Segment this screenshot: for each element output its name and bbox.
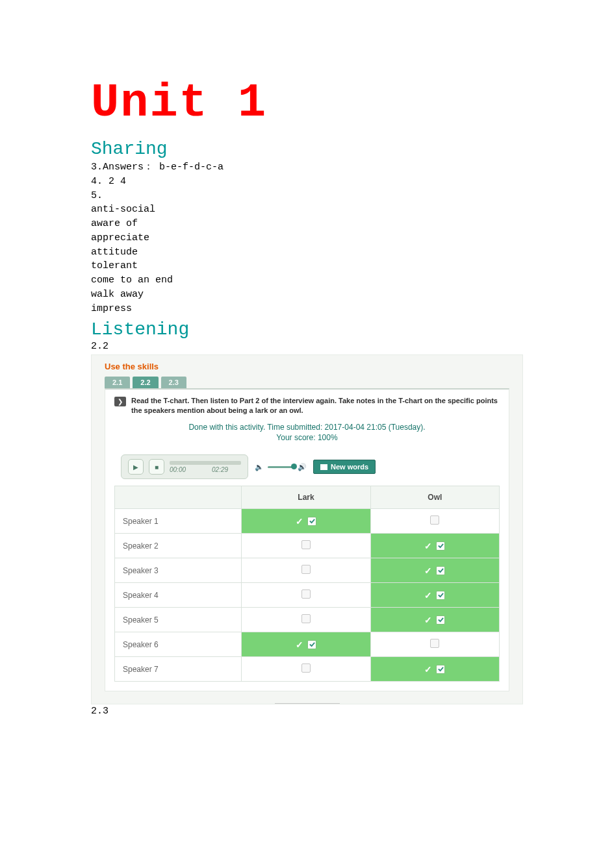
row-label: Speaker 6 (115, 632, 242, 657)
row-label: Speaker 2 (115, 534, 242, 558)
cell-unchecked[interactable] (370, 509, 499, 534)
sharing-line: appreciate (91, 231, 523, 245)
tab-2-3[interactable]: 2.3 (161, 377, 186, 388)
stop-button[interactable]: ■ (149, 459, 164, 475)
sharing-line: aware of (91, 217, 523, 231)
sharing-line: come to an end (91, 273, 523, 288)
volume-low-icon: 🔈 (255, 463, 264, 471)
tabs: 2.12.22.3 (105, 377, 513, 388)
submission-status: Done with this activity. Time submitted:… (114, 422, 500, 443)
cell-unchecked[interactable] (242, 558, 370, 583)
sharing-line: 5. (91, 189, 523, 203)
sharing-line: 4. 2 4 (91, 175, 523, 189)
cell-unchecked[interactable] (370, 632, 499, 657)
sharing-line: 3.Answers： b-e-f-d-c-a (91, 160, 523, 175)
check-icon: ✓ (424, 664, 432, 675)
cell-unchecked[interactable] (242, 657, 370, 682)
table-row: Speaker 5✓ (115, 608, 500, 632)
table-row: Speaker 1✓ (115, 509, 500, 534)
t-chart-table: LarkOwl Speaker 1✓Speaker 2✓Speaker 3✓Sp… (114, 486, 500, 682)
cell-checked[interactable]: ✓ (242, 509, 370, 534)
check-icon: ✓ (424, 541, 432, 551)
checkbox-unchecked[interactable] (301, 663, 311, 673)
row-label: Speaker 5 (115, 608, 242, 632)
time-current: 00:00 (170, 466, 186, 473)
cell-unchecked[interactable] (242, 608, 370, 632)
sharing-line: attitude (91, 245, 523, 260)
checkbox-unchecked[interactable] (301, 589, 311, 599)
skills-title: Use the skills (105, 362, 513, 371)
section-listening-heading: Listening (91, 319, 523, 340)
sharing-answers-block: 3.Answers： b-e-f-d-c-a4. 2 45. anti-soci… (91, 160, 523, 316)
row-label: Speaker 1 (115, 509, 242, 534)
checkbox-unchecked[interactable] (430, 639, 439, 648)
volume-high-icon: 🔊 (298, 463, 307, 471)
column-header: Owl (370, 486, 499, 509)
check-icon: ✓ (296, 639, 303, 650)
audio-player: ▶ ■ 00:00 02:29 (121, 454, 248, 479)
volume-control[interactable]: 🔈 🔊 (255, 463, 307, 471)
cell-unchecked[interactable] (242, 583, 370, 608)
row-label: Speaker 3 (115, 558, 242, 583)
check-icon: ✓ (424, 590, 432, 601)
instruction-box: ❯ Read the T-chart. Then listen to Part … (105, 388, 509, 691)
divider (275, 703, 340, 704)
checkbox-unchecked[interactable] (301, 540, 311, 549)
column-header: Lark (242, 486, 370, 509)
time-total: 02:29 (212, 466, 228, 473)
checkbox-unchecked[interactable] (301, 565, 311, 574)
done-line-2: Your score: 100% (276, 433, 337, 442)
sharing-line: tolerant (91, 259, 523, 273)
checkbox-checked[interactable] (307, 640, 316, 649)
checkbox-checked[interactable] (436, 541, 445, 551)
volume-bar[interactable] (268, 466, 294, 468)
tab-2-1[interactable]: 2.1 (105, 377, 130, 388)
check-icon: ✓ (296, 516, 303, 527)
cell-checked[interactable]: ✓ (370, 558, 499, 583)
sharing-line: walk away (91, 288, 523, 302)
book-icon (320, 464, 327, 470)
done-line-1: Done with this activity. Time submitted:… (188, 423, 425, 432)
table-row: Speaker 6✓ (115, 632, 500, 657)
checkbox-checked[interactable] (307, 517, 316, 526)
sharing-line: impress (91, 302, 523, 316)
new-words-button[interactable]: New words (313, 460, 376, 474)
table-row: Speaker 7✓ (115, 657, 500, 682)
section-sharing-heading: Sharing (91, 139, 523, 159)
listening-subnumber-top: 2.2 (91, 341, 523, 352)
checkbox-checked[interactable] (436, 566, 445, 575)
row-label: Speaker 4 (115, 583, 242, 608)
checkbox-unchecked[interactable] (301, 614, 311, 623)
exercise-panel: Use the skills 2.12.22.3 ❯ Read the T-ch… (91, 354, 523, 704)
unit-title: Unit 1 (91, 77, 523, 130)
check-icon: ✓ (424, 615, 432, 625)
cell-checked[interactable]: ✓ (370, 534, 499, 558)
cell-checked[interactable]: ✓ (370, 608, 499, 632)
table-row: Speaker 4✓ (115, 583, 500, 608)
cell-unchecked[interactable] (242, 534, 370, 558)
tab-2-2[interactable]: 2.2 (133, 377, 158, 388)
cell-checked[interactable]: ✓ (370, 657, 499, 682)
cell-checked[interactable]: ✓ (242, 632, 370, 657)
checkbox-checked[interactable] (436, 665, 445, 674)
new-words-label: New words (331, 463, 368, 471)
cell-checked[interactable]: ✓ (370, 583, 499, 608)
checkbox-checked[interactable] (436, 615, 445, 625)
instruction-text: Read the T-chart. Then listen to Part 2 … (131, 396, 500, 415)
checkbox-unchecked[interactable] (430, 515, 439, 525)
table-row: Speaker 3✓ (115, 558, 500, 583)
check-icon: ✓ (424, 565, 432, 576)
sharing-line: anti-social (91, 203, 523, 217)
seek-bar[interactable] (170, 461, 241, 465)
table-row: Speaker 2✓ (115, 534, 500, 558)
checkbox-checked[interactable] (436, 591, 445, 600)
row-label: Speaker 7 (115, 657, 242, 682)
listening-subnumber-bottom: 2.3 (91, 706, 523, 717)
column-header (115, 486, 242, 509)
arrow-right-icon: ❯ (114, 397, 126, 406)
play-button[interactable]: ▶ (128, 459, 144, 475)
